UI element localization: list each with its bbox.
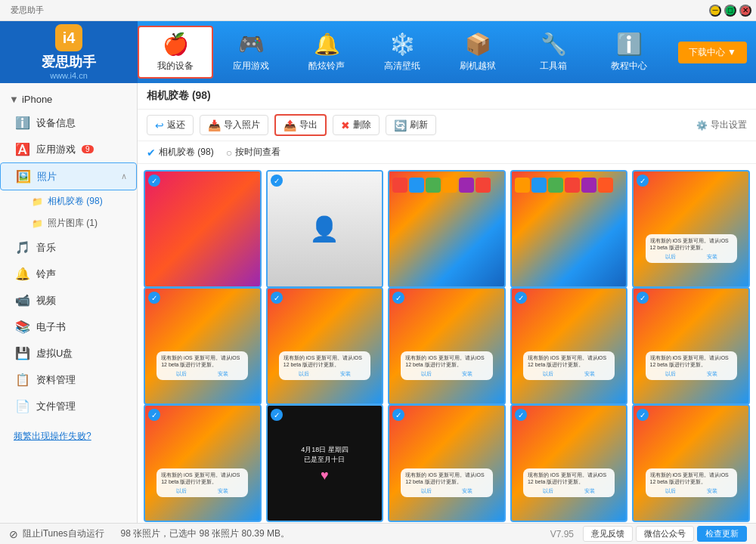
export-label: 导出 [299,119,318,131]
sidebar-item-music[interactable]: 🎵 音乐 [0,234,137,261]
photo-thumb[interactable]: ✓ 现有新的 iOS 更新可用。请从iOS 12 beta 版进行计更新。 以后… [510,287,628,405]
logo-icon: i4 [55,24,82,51]
sidebar-subitem-photo-library[interactable]: 📁 照片图库 (1) [0,212,137,234]
filter-by-time[interactable]: ○ 按时间查看 [226,146,280,159]
device-info-label: 设备信息 [36,116,76,130]
photo-thumb[interactable]: ✓ 现有新的 iOS 更新可用。请从iOS 12 beta 版进行计更新。 以后… [632,287,750,405]
nav-items: 🍎 我的设备 🎮 应用游戏 🔔 酷炫铃声 ❄️ 高清壁纸 📦 刷机越狱 🔧 工具… [138,21,669,83]
ios-notification: 现有新的 iOS 更新可用。请从iOS 12 beta 版进行计更新。 以后安装 [523,468,615,497]
later-btn: 以后 [665,253,676,260]
main-layout: ▼ iPhone ℹ️ 设备信息 🅰️ 应用游戏 9 🖼️ 照片 ∧ 📁 相机胶… [0,83,756,523]
sidebar-item-datamgr[interactable]: 📋 资料管理 [0,366,137,393]
stats-text: 98 张照片，已选中 98 张照片 80.39 MB。 [121,527,290,540]
nav-item-mydevice[interactable]: 🍎 我的设备 [138,26,213,79]
sidebar-item-udisk[interactable]: 💾 虚拟U盘 [0,340,137,366]
maximize-button[interactable]: □ [724,5,736,17]
export-settings[interactable]: ⚙️ 导出设置 [696,119,747,131]
photo-thumb[interactable]: ✓ 现有新的 iOS 更新可用。请从iOS 12 beta 版进行计更新。 以后… [510,404,628,522]
video-label: 视频 [36,294,56,308]
apps-badge: 9 [82,145,94,153]
delete-button[interactable]: ✖ 删除 [333,115,380,135]
folder-icon: 📁 [32,196,43,207]
photo-check: ✓ [392,292,404,304]
nav-item-wallpaper[interactable]: ❄️ 高清壁纸 [364,21,440,83]
update-button[interactable]: 检查更新 [697,526,747,542]
notification-text: 现有新的 iOS 更新可用。请从iOS 12 beta 版进行计更新。 [650,237,733,251]
back-icon: ↩ [155,119,164,131]
photo-thumb[interactable]: ✓ [144,170,262,288]
delete-icon: ✖ [341,119,350,131]
import-button[interactable]: 📥 导入照片 [200,115,268,135]
delete-label: 删除 [353,119,371,131]
sidebar-item-ebooks[interactable]: 📚 电子书 [0,314,137,340]
back-label: 返还 [167,119,185,131]
nav-item-ringtone[interactable]: 🔔 酷炫铃声 [289,21,364,83]
photo-check: ✓ [515,409,527,421]
status-left: ⊘ 阻止iTunes自动运行 98 张照片，已选中 98 张照片 80.39 M… [9,527,290,540]
photo-thumb[interactable]: ✓ 现有新的 iOS 更新可用。请从iOS 12 beta 版进行计更新。 以后… [388,287,506,405]
music-icon: 🎵 [15,240,30,255]
ios-notification: 现有新的 iOS 更新可用。请从iOS 12 beta 版进行计更新。 以后安装 [401,468,492,497]
device-arrow-icon: ▼ [9,94,19,105]
apps-icon: 🅰️ [15,142,30,156]
sidebar-item-photos[interactable]: 🖼️ 照片 ∧ [0,162,137,190]
filter-bar: ✔ 相机胶卷 (98) ○ 按时间查看 [138,141,756,164]
download-button[interactable]: 下载中心 ▼ [678,42,747,63]
ringtone-label: 酷炫铃声 [308,60,345,73]
wechat-button[interactable]: 微信公众号 [636,526,694,542]
nav-item-tutorial[interactable]: ℹ️ 教程中心 [591,21,667,83]
version-text: V7.95 [550,529,574,539]
freq-fail-link[interactable]: 频繁出现操作失败? [9,425,128,447]
photo-thumb[interactable]: ✓ 现有新的 iOS 更新可用。请从iOS 12 beta 版进行计更新。 以后… [388,404,506,522]
photo-thumb[interactable]: ✓ 现有新的 iOS 更新可用。请从iOS 12 beta 版进行计更新。 以后… [632,404,750,522]
sidebar-item-ringtones[interactable]: 🔔 铃声 [0,261,137,287]
status-right: V7.95 意见反馈 微信公众号 检查更新 [550,526,747,542]
header: i4 爱思助手 www.i4.cn 🍎 我的设备 🎮 应用游戏 🔔 酷炫铃声 ❄… [0,21,756,83]
device-header[interactable]: ▼ iPhone [0,89,137,110]
photo-thumb[interactable]: ✓ 4月18日 星期四已是至月十日 ♥ [266,404,384,522]
wallpaper-icon: ❄️ [389,32,416,57]
notification-text: 现有新的 iOS 更新可用。请从iOS 12 beta 版进行计更新。 [161,354,243,368]
filter-camera-roll[interactable]: ✔ 相机胶卷 (98) [147,146,214,159]
photo-check: ✓ [271,409,283,421]
ringtone-icon: 🔔 [314,32,340,57]
photo-check: ✓ [637,175,649,187]
nav-item-appgame[interactable]: 🎮 应用游戏 [213,21,289,83]
itunes-label: 阻止iTunes自动运行 [23,527,104,540]
sidebar-item-device-info[interactable]: ℹ️ 设备信息 [0,110,137,136]
ios-notification: 现有新的 iOS 更新可用。请从iOS 12 beta 版进行计更新。 以后安装 [156,351,248,380]
content-area: 相机胶卷 (98) ↩ 返还 📥 导入照片 📤 导出 ✖ 删除 🔄 刷新 [138,83,756,523]
photos-arrow: ∧ [121,172,127,181]
photo-check: ✓ [637,409,649,421]
photo-thumb[interactable]: ✓ ▶ 00:20 [510,170,628,288]
close-button[interactable]: ✕ [739,5,751,17]
photo-thumb[interactable]: ✓ ▶ 00:13 [388,170,506,288]
photo-library-label: 照片图库 (1) [48,217,98,230]
filemgr-icon: 📄 [15,399,30,413]
ios-notification: 现有新的 iOS 更新可用。请从iOS 12 beta 版进行计更新。 以后安装 [401,351,492,380]
photo-check: ✓ [148,409,160,421]
music-label: 音乐 [36,241,56,255]
toolbar: ↩ 返还 📥 导入照片 📤 导出 ✖ 删除 🔄 刷新 ⚙️ 导出设置 [138,110,756,141]
photo-check: ✓ [271,175,283,187]
mydevice-label: 我的设备 [157,60,194,73]
sidebar-item-filemgr[interactable]: 📄 文件管理 [0,393,137,419]
photo-thumb[interactable]: ✓ 现有新的 iOS 更新可用。请从iOS 12 beta 版进行计更新。 以后… [266,287,384,405]
sidebar-subitem-camera-roll[interactable]: 📁 相机胶卷 (98) [0,190,137,212]
sidebar-item-video[interactable]: 📹 视频 [0,287,137,314]
export-button[interactable]: 📤 导出 [274,114,327,136]
import-label: 导入照片 [224,119,260,131]
refresh-button[interactable]: 🔄 刷新 [386,115,436,135]
export-icon: 📤 [284,119,296,131]
back-button[interactable]: ↩ 返还 [147,115,194,135]
photo-thumb[interactable]: ✓ 现有新的 iOS 更新可用。请从iOS 12 beta 版进行计更新。 以后… [632,170,750,288]
minimize-button[interactable]: ─ [709,5,721,17]
nav-item-jailbreak[interactable]: 📦 刷机越狱 [440,21,516,83]
feedback-button[interactable]: 意见反馈 [583,526,633,542]
ringtones-icon: 🔔 [15,267,30,281]
sidebar-item-apps[interactable]: 🅰️ 应用游戏 9 [0,136,137,162]
photo-thumb[interactable]: ✓ 👤 [266,170,384,288]
nav-item-toolbox[interactable]: 🔧 工具箱 [516,21,591,83]
photo-thumb[interactable]: ✓ 现有新的 iOS 更新可用。请从iOS 12 beta 版进行计更新。 以后… [144,287,262,405]
photo-thumb[interactable]: ✓ 现有新的 iOS 更新可用。请从iOS 12 beta 版进行计更新。 以后… [144,404,262,522]
